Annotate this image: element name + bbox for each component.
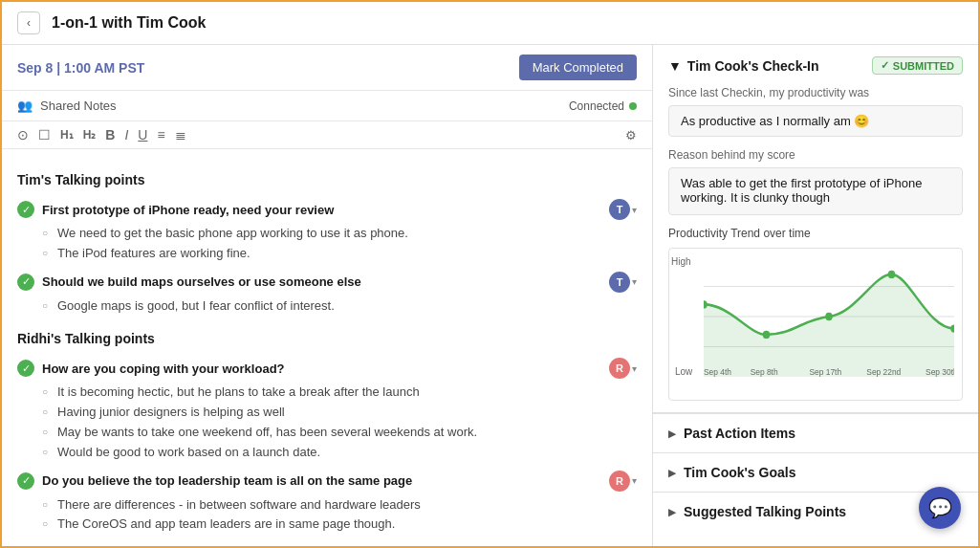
triangle-icon: ▼ [668,58,682,74]
talking-point-header: First prototype of iPhone ready, need yo… [17,199,637,220]
svg-text:Sep 17th: Sep 17th [809,366,841,377]
sub-items: There are differences - in between softw… [42,495,637,536]
ordered-list-icon[interactable]: ≣ [175,127,186,142]
talking-point: First prototype of iPhone ready, need yo… [17,199,637,264]
check-circle-icon [17,201,34,218]
avatar-badge-t: T [609,272,630,293]
chevron-down-icon: ▾ [632,475,637,486]
shared-notes-label: Shared Notes [40,99,117,113]
sub-item: Google maps is good, but I fear conflict… [42,296,637,317]
talking-point-text: How are you coping with your workload? [42,362,285,376]
checkbox-icon[interactable]: ☐ [38,127,51,142]
avatar-badge-r: R [609,358,630,379]
submitted-badge: ✓ SUBMITTED [872,56,963,75]
shared-notes-bar: 👥 Shared Notes Connected [2,91,652,121]
sub-item: It is becoming hectic, but he plans to t… [42,383,637,403]
chart-container: High Low [668,248,963,401]
connected-badge: Connected [569,99,637,113]
productivity-value-box: As productive as I normally am 😊 [668,105,963,137]
talking-point: Should we build maps ourselves or use so… [17,272,637,317]
check-circle-icon [17,274,34,291]
svg-text:Sep 30th: Sep 30th [926,366,954,377]
page-title: 1-on-1 with Tim Cook [52,14,206,32]
sub-item: The iPod features are working fine. [42,244,637,264]
main-layout: Sep 8 | 1:00 AM PST Mark Completed 👥 Sha… [2,45,978,546]
bold-icon[interactable]: B [105,127,115,142]
clock-icon[interactable]: ⊙ [17,127,29,142]
sub-item: We need to get the basic phone app worki… [42,224,637,244]
meeting-header: Sep 8 | 1:00 AM PST Mark Completed [2,45,652,91]
reason-value-box: Was able to get the first prototype of i… [668,167,963,215]
chart-y-high: High [671,256,691,267]
bullet-list-icon[interactable]: ≡ [157,127,164,142]
h1-icon[interactable]: H₁ [60,128,74,142]
avatar-with-chevron[interactable]: R ▾ [609,471,637,492]
ridhis-section-title: Ridhi's Talking points [17,331,637,346]
talking-point-left: First prototype of iPhone ready, need yo… [17,201,334,218]
back-button[interactable]: ‹ [17,11,40,34]
since-last-label: Since last Checkin, my productivity was [668,86,963,99]
tims-section-title: Tim's Talking points [17,172,637,187]
svg-point-6 [888,271,895,278]
reason-label: Reason behind my score [668,148,963,162]
left-panel: Sep 8 | 1:00 AM PST Mark Completed 👥 Sha… [2,45,653,546]
check-circle-icon [17,360,34,377]
chart-y-low: Low [675,366,692,377]
avatar-with-chevron[interactable]: T ▾ [609,272,637,293]
svg-text:Sep 8th: Sep 8th [751,366,778,377]
svg-text:Sep 22nd: Sep 22nd [866,366,901,377]
sub-items: We need to get the basic phone app worki… [42,224,637,264]
talking-point-header: How are you coping with your workload? R… [17,358,637,379]
italic-icon[interactable]: I [124,127,128,142]
chat-button[interactable]: 💬 [919,487,961,529]
submitted-label: SUBMITTED [893,60,954,72]
past-action-items-section: ▶ Past Action Items [653,413,978,452]
sub-item: The CoreOS and app team leaders are in s… [42,515,637,535]
talking-point-text: First prototype of iPhone ready, need yo… [42,203,334,217]
chart-section: Productivity Trend over time High Low [668,227,963,401]
app-container: ‹ 1-on-1 with Tim Cook Sep 8 | 1:00 AM P… [0,0,980,548]
tim-goals-header[interactable]: ▶ Tim Cook's Goals [668,465,963,480]
shared-notes-icon: 👥 [17,99,33,113]
chevron-down-icon: ▾ [632,205,637,215]
talking-point-header: Should we build maps ourselves or use so… [17,272,637,293]
avatar-badge-r: R [609,471,630,492]
sub-items: Google maps is good, but I fear conflict… [42,296,637,317]
talking-point-header: Do you believe the top leadership team i… [17,471,637,492]
settings-icon[interactable]: ⚙ [625,128,637,142]
talking-point-text: Do you believe the top leadership team i… [42,473,412,488]
past-action-items-header[interactable]: ▶ Past Action Items [668,426,963,441]
h2-icon[interactable]: H₂ [83,128,97,142]
talking-point: How are you coping with your workload? R… [17,358,637,462]
productivity-value: As productive as I normally am 😊 [681,114,869,128]
shared-notes-left: 👥 Shared Notes [17,99,117,113]
suggested-talking-points-label: Suggested Talking Points [684,504,846,519]
sub-item: Would be good to work based on a launch … [42,443,637,463]
checkin-section: ▼ Tim Cook's Check-In ✓ SUBMITTED Since … [653,45,978,413]
svg-point-5 [825,313,832,320]
tim-goals-section: ▶ Tim Cook's Goals [653,452,978,492]
checkin-title: ▼ Tim Cook's Check-In [668,58,819,74]
tim-goals-label: Tim Cook's Goals [684,465,795,480]
sub-item: There are differences - in between softw… [42,495,637,515]
meeting-date: Sep 8 | 1:00 AM PST [17,60,144,76]
avatar-badge-t: T [609,199,630,220]
expand-icon: ▶ [668,468,676,478]
right-panel: ▼ Tim Cook's Check-In ✓ SUBMITTED Since … [653,45,978,546]
underline-icon[interactable]: U [138,127,147,142]
svg-point-4 [763,331,770,339]
mark-completed-button[interactable]: Mark Completed [519,55,637,80]
header: ‹ 1-on-1 with Tim Cook [2,2,978,45]
talking-point-left: Should we build maps ourselves or use so… [17,274,361,291]
reason-value: Was able to get the first prototype of i… [681,176,950,205]
talking-point: Do you believe the top leadership team i… [17,471,637,536]
checkin-title-text: Tim Cook's Check-In [687,58,819,74]
connected-dot [629,102,637,110]
connected-label: Connected [569,99,624,113]
chevron-down-icon: ▾ [632,276,637,287]
avatar-with-chevron[interactable]: T ▾ [609,199,637,220]
sub-item: May be wants to take one weekend off, ha… [42,423,637,443]
talking-point-text: Should we build maps ourselves or use so… [42,274,361,289]
checkin-header: ▼ Tim Cook's Check-In ✓ SUBMITTED [668,56,963,75]
avatar-with-chevron[interactable]: R ▾ [609,358,637,379]
